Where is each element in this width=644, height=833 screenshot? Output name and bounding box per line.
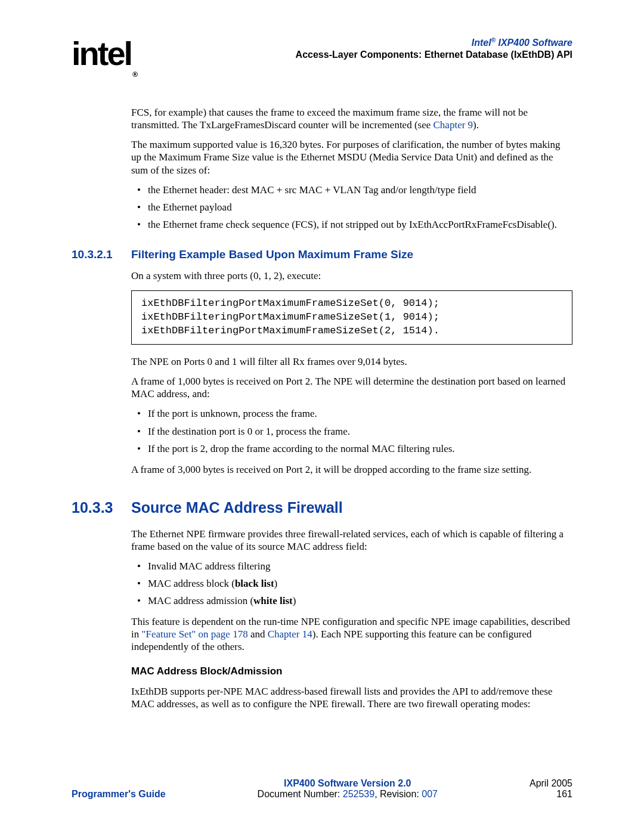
- list-item: the Ethernet header: dest MAC + src MAC …: [131, 184, 572, 196]
- list-item: If the port is 2, drop the frame accordi…: [131, 442, 572, 455]
- doc-subtitle: Access-Layer Components: Ethernet Databa…: [296, 49, 572, 60]
- paragraph: IxEthDB supports per-NPE MAC address-bas…: [131, 685, 572, 710]
- section-heading-2: 10.3.3 Source MAC Address Firewall: [72, 498, 572, 517]
- list-item: MAC address block (black list): [131, 577, 572, 590]
- page-link[interactable]: "Feature Set" on page 178: [141, 628, 247, 640]
- list-item: Invalid MAC address filtering: [131, 560, 572, 572]
- chapter-link[interactable]: Chapter 14: [268, 628, 312, 640]
- paragraph: This feature is dependent on the run-tim…: [131, 615, 572, 653]
- footer-docnum: Document Number: 252539, Revision: 007: [258, 789, 438, 800]
- paragraph: On a system with three ports (0, 1, 2), …: [131, 270, 572, 282]
- footer-left: Programmer's Guide: [72, 789, 166, 800]
- registered-icon: ®: [132, 70, 136, 79]
- docnum-link[interactable]: 252539: [343, 789, 374, 799]
- code-block: ixEthDBFilteringPortMaximumFrameSizeSet(…: [131, 290, 572, 345]
- paragraph: A frame of 3,000 bytes is received on Po…: [131, 463, 572, 476]
- paragraph: The NPE on Ports 0 and 1 will filter all…: [131, 355, 572, 368]
- chapter-link[interactable]: Chapter 9: [434, 119, 473, 131]
- footer-center: IXP400 Software Version 2.0 Document Num…: [258, 778, 438, 800]
- footer-date: April 2005: [530, 778, 572, 789]
- registered-icon: ®: [491, 37, 496, 44]
- logo-text: intel: [72, 35, 131, 72]
- paragraph: The maximum supported value is 16,320 by…: [131, 138, 572, 176]
- section-heading-3: 10.3.2.1 Filtering Example Based Upon Ma…: [72, 247, 572, 262]
- section-number: 10.3.3: [72, 498, 131, 517]
- list-item: MAC address admission (white list): [131, 594, 572, 607]
- list-item: If the destination port is 0 or 1, proce…: [131, 425, 572, 438]
- section-number: 10.3.2.1: [72, 247, 131, 262]
- revision-link[interactable]: 007: [422, 789, 438, 799]
- paragraph: The Ethernet NPE firmware provides three…: [131, 528, 572, 553]
- bullet-list: If the port is unknown, process the fram…: [131, 407, 572, 454]
- page-number: 161: [530, 789, 572, 800]
- list-item: the Ethernet payload: [131, 201, 572, 213]
- paragraph: FCS, for example) that causes the frame …: [131, 106, 572, 131]
- list-item: If the port is unknown, process the fram…: [131, 407, 572, 420]
- section-title: Filtering Example Based Upon Maximum Fra…: [131, 247, 413, 262]
- bullet-list: Invalid MAC address filtering MAC addres…: [131, 560, 572, 607]
- footer-right: April 2005 161: [530, 778, 572, 800]
- subsection-heading: MAC Address Block/Admission: [131, 665, 572, 677]
- section-title: Source MAC Address Firewall: [131, 498, 343, 517]
- paragraph: A frame of 1,000 bytes is received on Po…: [131, 375, 572, 400]
- footer-version: IXP400 Software Version 2.0: [258, 778, 438, 789]
- intel-logo: intel®: [72, 37, 135, 73]
- list-item: the Ethernet frame check sequence (FCS),…: [131, 218, 572, 231]
- doc-title: Intel® IXP400 Software: [296, 37, 572, 48]
- bullet-list: the Ethernet header: dest MAC + src MAC …: [131, 184, 572, 231]
